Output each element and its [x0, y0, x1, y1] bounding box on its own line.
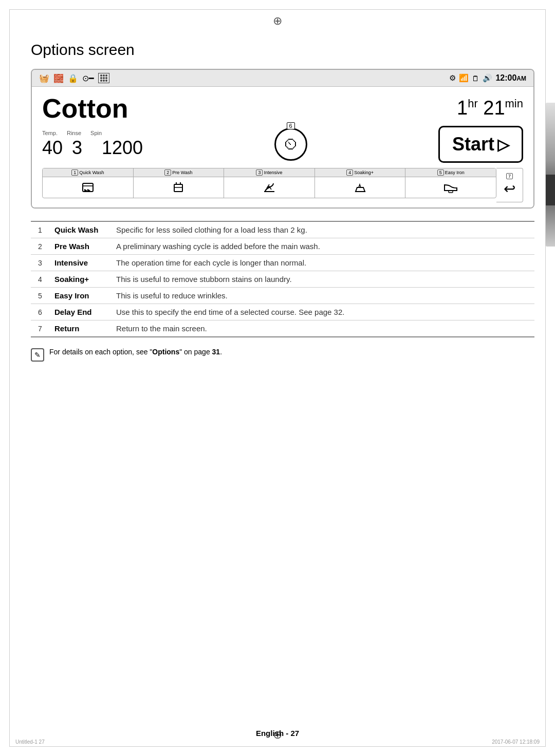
table-row-num: 5 — [31, 288, 49, 304]
options-row: 1 Quick Wash ▶▶ — [42, 168, 496, 198]
volume-icon: 🔊 — [483, 73, 492, 83]
option-5-label: Easy Iron — [445, 170, 465, 175]
option-2-icon — [134, 177, 224, 198]
page-meta-left: Untitled-1 27 — [15, 739, 45, 745]
page-title: Options screen — [31, 41, 534, 59]
option-2-label: Pre Wash — [172, 170, 192, 175]
option-intensive[interactable]: 3 Intensive — [224, 168, 315, 198]
intensive-svg-icon — [262, 180, 276, 195]
program-name: Cotton — [42, 95, 128, 122]
table-row-name: Easy Iron — [49, 288, 111, 304]
table-row-num: 4 — [31, 271, 49, 288]
option-quick-wash[interactable]: 1 Quick Wash ▶▶ — [43, 168, 134, 198]
washer-display: Cotton 1hr 21min Temp. Rinse Spin 40 3 — [32, 87, 533, 207]
rinse-value: 3 — [72, 137, 92, 159]
option-easy-iron[interactable]: 5 Easy Iron — [405, 168, 496, 198]
option-pre-wash[interactable]: 2 Pre Wash — [134, 168, 225, 198]
cycle-icon[interactable]: 6 ⏲ — [274, 128, 307, 161]
table-row-desc: Specific for less soiled clothing for a … — [111, 221, 534, 238]
return-num: 7 — [506, 173, 513, 179]
table-row: 7 Return Return to the main screen. — [31, 320, 534, 337]
page-border-bottom — [9, 746, 546, 747]
table-row-name: Quick Wash — [49, 221, 111, 238]
table-row: 2 Pre Wash A preliminary washing cycle i… — [31, 238, 534, 255]
quick-wash-svg-icon: ▶▶ — [81, 180, 95, 195]
option-5-num: 5 — [437, 169, 444, 176]
table-row-name: Pre Wash — [49, 238, 111, 255]
table-row-num: 6 — [31, 304, 49, 320]
main-content: Options screen 🧺 🧱 🔒 ⊙━ ⚙ 📶 🗒 — [31, 41, 534, 377]
option-4-num: 4 — [346, 169, 353, 176]
option-5-icon — [405, 177, 496, 198]
option-5-label-bar: 5 Easy Iron — [405, 168, 496, 177]
table-row: 6 Delay End Use this to specify the end … — [31, 304, 534, 320]
screen-mockup: 🧺 🧱 🔒 ⊙━ ⚙ 📶 🗒 🔊 12:00AM — [31, 69, 534, 209]
table-row-desc: The operation time for each cycle is lon… — [111, 255, 534, 271]
table-row: 3 Intensive The operation time for each … — [31, 255, 534, 271]
return-button[interactable]: 7 ↩ — [496, 168, 523, 202]
spin-label: Spin — [90, 130, 102, 136]
start-arrow-icon: ▷ — [497, 136, 509, 154]
options-row-container: 1 Quick Wash ▶▶ — [42, 168, 523, 202]
table-row-desc: Return to the main screen. — [111, 320, 534, 337]
option-1-icon: ▶▶ — [43, 177, 133, 198]
wifi-icon: 📶 — [459, 73, 469, 83]
display-middle: Temp. Rinse Spin 40 3 1200 6 ⏲ Start — [42, 126, 523, 163]
side-scroll-dark — [546, 175, 555, 205]
time-minutes: 21 — [483, 97, 505, 119]
easy-iron-svg-icon — [442, 180, 459, 195]
return-icon: ↩ — [504, 180, 515, 197]
option-2-num: 2 — [164, 169, 171, 176]
lock-icon: 🔒 — [68, 73, 78, 83]
start-button[interactable]: Start ▷ — [438, 126, 523, 163]
table-row-name: Intensive — [49, 255, 111, 271]
table-row-num: 1 — [31, 221, 49, 238]
table-row-desc: This is useful to remove stubborn stains… — [111, 271, 534, 288]
cycle-number: 6 — [287, 122, 295, 129]
registration-mark-top: ⊕ — [273, 14, 282, 28]
start-label: Start — [452, 134, 494, 155]
rinse-label: Rinse — [67, 130, 81, 136]
table-row-desc: Use this to specify the end time of a se… — [111, 304, 534, 320]
pre-wash-svg-icon — [171, 180, 186, 195]
spin-value: 1200 — [102, 137, 143, 159]
status-bar-left: 🧺 🧱 🔒 ⊙━ — [39, 73, 109, 83]
time-hr-label: hr — [468, 97, 478, 110]
option-4-icon — [315, 177, 405, 198]
wash-icon: 🧺 — [39, 73, 49, 83]
option-2-label-bar: 2 Pre Wash — [134, 168, 224, 177]
table-row: 1 Quick Wash Specific for less soiled cl… — [31, 221, 534, 238]
cycle-symbol: ⏲ — [283, 136, 299, 153]
svg-rect-7 — [449, 191, 453, 193]
table-row-num: 2 — [31, 238, 49, 255]
table-row-desc: A preliminary washing cycle is added bef… — [111, 238, 534, 255]
temp-value: 40 — [42, 137, 63, 159]
page-border-left — [9, 9, 10, 747]
time-min-label: min — [505, 97, 523, 110]
option-soaking[interactable]: 4 Soaking+ — [315, 168, 406, 198]
table-row: 4 Soaking+ This is useful to remove stub… — [31, 271, 534, 288]
time-display: 1hr 21min — [457, 98, 523, 118]
basket-icon: 🧱 — [53, 73, 64, 83]
status-time: 12:00AM — [495, 73, 526, 83]
display-top: Cotton 1hr 21min — [42, 95, 523, 122]
option-3-label-bar: 3 Intensive — [224, 168, 314, 177]
grid-icon — [98, 73, 109, 83]
param-values: 40 3 1200 — [42, 137, 143, 159]
param-labels: Temp. Rinse Spin — [42, 130, 143, 136]
svg-rect-3 — [174, 184, 182, 192]
note-icon: ✎ — [31, 348, 44, 362]
table-row-name: Return — [49, 320, 111, 337]
table-row-name: Soaking+ — [49, 271, 111, 288]
info-table: 1 Quick Wash Specific for less soiled cl… — [31, 221, 534, 337]
moon-icon: ⊙━ — [82, 73, 94, 83]
option-3-num: 3 — [256, 169, 263, 176]
option-1-label: Quick Wash — [79, 170, 104, 175]
temp-label: Temp. — [42, 130, 58, 136]
table-row-num: 3 — [31, 255, 49, 271]
note-text: For details on each option, see "Options… — [49, 348, 222, 356]
option-4-label: Soaking+ — [354, 170, 374, 175]
option-4-label-bar: 4 Soaking+ — [315, 168, 405, 177]
params-section: Temp. Rinse Spin 40 3 1200 — [42, 130, 143, 159]
option-3-label: Intensive — [264, 170, 282, 175]
